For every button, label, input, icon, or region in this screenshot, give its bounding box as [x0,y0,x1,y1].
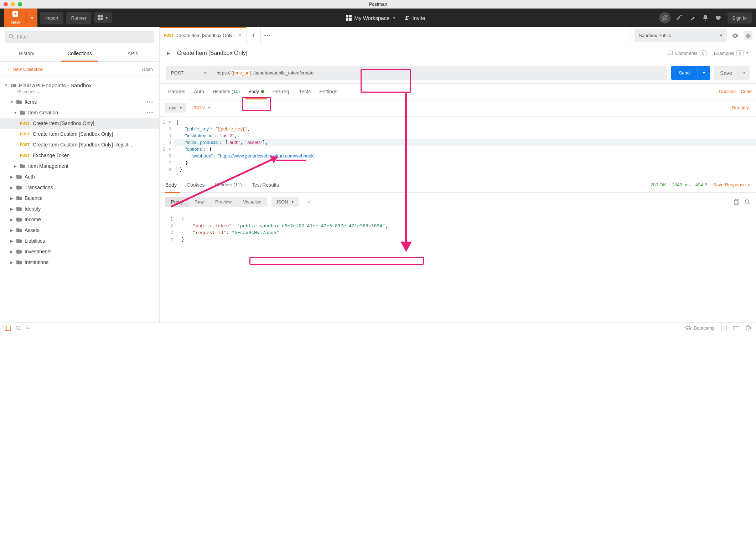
satellite-icon[interactable] [676,14,683,21]
code-lines[interactable]: { "public_key": "{{public_key}}", "insti… [174,117,756,177]
close-icon[interactable]: ✕ [238,33,242,38]
heart-icon[interactable] [715,14,722,21]
caret-right-icon[interactable]: ▶ [167,51,170,56]
tab-settings[interactable]: Settings [315,84,342,99]
folder-liabilities[interactable]: ▶Liabilities [0,236,159,246]
folder-institutions[interactable]: ▶Institutions [0,257,159,268]
folder-balance[interactable]: ▶Balance [0,193,159,203]
sidebar-toggle-icon[interactable] [5,326,11,331]
window-minimize[interactable] [11,2,15,6]
tab-more-icon[interactable]: ••• [261,33,275,38]
filter-input[interactable] [5,31,154,43]
send-dropdown[interactable]: ▼ [698,67,710,79]
request-row[interactable]: POST Create Item Custom [Sandbox Only] R… [0,139,159,150]
tab-headers[interactable]: Headers (10) [208,84,244,99]
workspace-selector[interactable]: My Workspace▼ [346,15,396,21]
response-lang-selector[interactable]: JSON▼ [271,197,299,207]
response-body[interactable]: 1234 { "public_token": "public-sandbox-d… [160,211,756,247]
body-type-selector[interactable]: raw▼ [165,103,186,113]
folder-assets[interactable]: ▶Assets [0,225,159,236]
copy-icon[interactable] [734,199,740,205]
tab-body[interactable]: Body [244,84,268,99]
seg-raw[interactable]: Raw [189,197,209,207]
send-button[interactable]: Send ▼ [671,66,710,80]
tab-history[interactable]: History [0,46,53,61]
caret-right-icon[interactable]: ▶ [14,164,17,168]
code-link[interactable]: Code [741,89,752,94]
url-input[interactable]: https://{{env_url}}/sandbox/public_token… [212,66,667,80]
cookies-link[interactable]: Cookies [719,89,736,94]
row-more-icon[interactable]: ••• [146,110,156,115]
window-close[interactable] [4,2,8,6]
tab-auth[interactable]: Auth [190,84,208,99]
resp-tab-cookies[interactable]: Cookies [187,177,210,192]
find-icon[interactable] [16,326,21,331]
signin-button[interactable]: Sign In [727,12,752,24]
folder-income[interactable]: ▶Income [0,214,159,225]
keyboard-icon[interactable] [733,326,739,330]
resp-tab-body[interactable]: Body [165,177,182,192]
environment-bar: Sandbox Public▼ [631,27,756,44]
request-row[interactable]: POST Create Item Custom [Sandbox Only] [0,129,159,139]
import-button[interactable]: Import [40,12,63,24]
folder-items[interactable]: ▼ Items ••• [0,97,159,107]
save-response-dropdown[interactable]: Save Response ▼ [713,182,750,187]
folder-investments[interactable]: ▶Investments [0,246,159,257]
request-row[interactable]: POST Exchange Token [0,150,159,161]
save-dropdown[interactable]: ▼ [739,67,750,79]
environment-selector[interactable]: Sandbox Public▼ [635,29,727,42]
window-maximize[interactable] [18,2,22,6]
add-tab-button[interactable]: + [247,27,261,44]
caret-down-icon[interactable]: ▼ [14,111,17,115]
folder-transactions[interactable]: ▶Transactions [0,182,159,193]
body-lang-selector[interactable]: JSON▼ [192,105,211,110]
request-tab[interactable]: POST Create Item [Sandbox Only] ✕ [160,27,247,44]
request-row-create-item[interactable]: POST Create Item [Sandbox Only] [0,118,159,129]
save-button[interactable]: Save ▼ [714,66,750,80]
open-workspaces-button[interactable]: ▼ [94,12,112,23]
seg-preview[interactable]: Preview [209,197,237,207]
sync-off-icon[interactable] [659,12,670,24]
folder-auth[interactable]: ▶Auth [0,171,159,182]
code-lines[interactable]: { "public_token": "public-sandbox-d5e2ef… [176,213,756,245]
beautify-link[interactable]: Beautify [732,105,750,110]
folder-item-creation[interactable]: ▼ Item Creation ••• [0,107,159,118]
tab-apis[interactable]: APIs [106,46,159,61]
tab-collections[interactable]: Collections [53,46,106,61]
dot-indicator-icon [261,90,264,93]
tab-tests[interactable]: Tests [295,84,315,99]
resp-tab-tests[interactable]: Test Results [252,177,284,192]
comments-icon[interactable]: Comments0 [667,50,707,56]
help-icon[interactable]: ? [746,325,751,331]
invite-button[interactable]: Invite [404,15,425,21]
plus-icon: + [12,11,18,17]
caret-down-icon[interactable]: ▼ [10,100,14,104]
wrap-lines-icon[interactable]: ⇥ [303,196,313,207]
window-titlebar: Postman [0,0,756,9]
gear-icon[interactable] [744,31,753,40]
runner-button[interactable]: Runner [66,12,92,24]
request-body-editor[interactable]: 1 ▼2345 ▼678 { "public_key": "{{public_k… [160,117,756,177]
seg-visualize[interactable]: Visualize [237,197,267,207]
trash-link[interactable]: Trash [141,67,153,72]
method-selector[interactable]: POST▼ [166,66,212,80]
search-icon[interactable] [745,199,750,205]
caret-down-icon[interactable]: ▼ [4,83,8,87]
wrench-icon[interactable] [689,14,696,21]
eye-icon[interactable] [731,31,740,40]
resp-tab-headers[interactable]: Headers (11) [215,177,247,192]
row-more-icon[interactable]: ••• [146,99,156,105]
new-collection-button[interactable]: +New Collection [6,66,43,72]
console-icon[interactable] [26,326,31,331]
new-button[interactable]: +New ▼ [4,8,37,28]
bell-icon[interactable] [702,14,709,21]
folder-identity[interactable]: ▶Identity [0,203,159,214]
seg-pretty[interactable]: Pretty [165,197,189,207]
layout-icon[interactable] [721,326,727,330]
tab-params[interactable]: Params [164,84,190,99]
folder-item-management[interactable]: ▶ Item Management [0,161,159,171]
bootcamp-link[interactable]: Bootcamp [685,325,715,331]
tab-prereq[interactable]: Pre-req. [268,84,295,99]
new-dropdown[interactable]: ▼ [26,13,37,23]
examples-dropdown[interactable]: Examples0▼ [714,50,749,56]
